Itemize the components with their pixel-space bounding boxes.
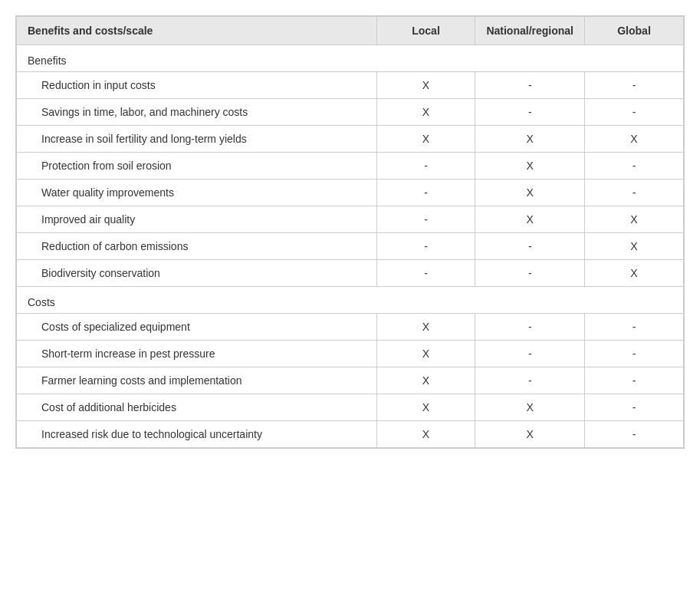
row-national: - [475,260,585,287]
row-local: - [376,153,475,180]
section-header-row: Costs [17,287,684,314]
row-global: - [585,153,684,180]
table-row: Short-term increase in pest pressureX-- [17,341,684,367]
section-label: Costs [17,287,684,314]
table-row: Increase in soil fertility and long-term… [17,126,684,153]
row-national: - [475,233,585,260]
col-header-national: National/regional [475,17,585,45]
row-national: X [475,153,585,180]
row-local: X [376,314,475,341]
row-local: - [376,260,475,287]
row-global: - [585,394,684,421]
row-local: X [376,367,475,394]
row-global: - [585,421,684,448]
row-label: Increase in soil fertility and long-term… [17,126,377,153]
row-local: X [376,72,475,99]
table-row: Farmer learning costs and implementation… [17,367,684,394]
row-label: Increased risk due to technological unce… [17,421,377,448]
row-national: X [475,206,585,233]
row-local: - [376,180,475,206]
row-global: X [585,206,684,233]
table-row: Biodiversity conservation--X [17,260,684,287]
row-local: X [376,341,475,367]
row-label: Reduction of carbon emissions [17,233,377,260]
row-global: - [585,367,684,394]
benefits-costs-table: Benefits and costs/scale Local National/… [15,15,685,449]
table-row: Cost of additional herbicidesXX- [17,394,684,421]
row-global: - [585,72,684,99]
table-row: Reduction in input costsX-- [17,72,684,99]
row-national: X [475,394,585,421]
row-national: - [475,341,585,367]
row-local: X [376,126,475,153]
table-row: Increased risk due to technological unce… [17,421,684,448]
row-global: - [585,314,684,341]
row-local: X [376,421,475,448]
section-label: Benefits [17,45,684,72]
row-label: Cost of additional herbicides [17,394,377,421]
row-label: Short-term increase in pest pressure [17,341,377,367]
row-label: Improved air quality [17,206,377,233]
row-national: - [475,367,585,394]
col-header-benefits-costs: Benefits and costs/scale [17,17,377,45]
row-national: - [475,314,585,341]
row-local: - [376,233,475,260]
row-national: X [475,126,585,153]
row-local: X [376,394,475,421]
section-header-row: Benefits [17,45,684,72]
row-global: - [585,99,684,126]
row-local: - [376,206,475,233]
table-row: Reduction of carbon emissions--X [17,233,684,260]
table-header-row: Benefits and costs/scale Local National/… [17,17,684,45]
table-row: Protection from soil erosion-X- [17,153,684,180]
row-local: X [376,99,475,126]
table-row: Water quality improvements-X- [17,180,684,206]
col-header-global: Global [585,17,684,45]
table-row: Improved air quality-XX [17,206,684,233]
row-global: - [585,341,684,367]
table-row: Savings in time, labor, and machinery co… [17,99,684,126]
table-row: Costs of specialized equipmentX-- [17,314,684,341]
row-label: Farmer learning costs and implementation [17,367,377,394]
row-global: - [585,180,684,206]
row-national: X [475,421,585,448]
row-label: Savings in time, labor, and machinery co… [17,99,377,126]
row-national: X [475,180,585,206]
row-national: - [475,99,585,126]
row-global: X [585,260,684,287]
row-global: X [585,126,684,153]
row-label: Costs of specialized equipment [17,314,377,341]
row-label: Water quality improvements [17,180,377,206]
row-label: Reduction in input costs [17,72,377,99]
row-national: - [475,72,585,99]
row-global: X [585,233,684,260]
row-label: Biodiversity conservation [17,260,377,287]
row-label: Protection from soil erosion [17,153,377,180]
col-header-local: Local [376,17,475,45]
